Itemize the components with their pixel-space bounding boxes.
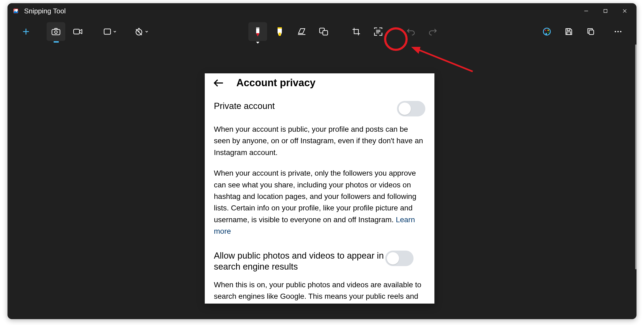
svg-rect-21 (323, 31, 328, 35)
screenshot-mode-button[interactable] (47, 22, 65, 41)
redo-button[interactable] (423, 22, 442, 41)
titlebar: Snipping Tool (7, 3, 637, 19)
back-arrow-icon[interactable] (213, 78, 223, 88)
svg-point-1 (14, 9, 15, 10)
close-button[interactable] (615, 3, 634, 19)
pen-tool-button[interactable] (248, 22, 267, 41)
svg-point-26 (545, 30, 546, 31)
toolbar (7, 19, 637, 44)
account-privacy-panel: Account privacy Private account When you… (205, 73, 434, 304)
copy-button[interactable] (581, 22, 600, 41)
window-controls (577, 3, 634, 19)
svg-point-28 (548, 32, 549, 33)
paint-edit-button[interactable] (537, 22, 556, 41)
svg-point-27 (548, 30, 549, 31)
svg-rect-31 (589, 30, 594, 35)
svg-rect-3 (604, 9, 607, 13)
private-account-title: Private account (214, 100, 397, 111)
snip-shape-dropdown[interactable] (99, 22, 122, 41)
search-engine-toggle[interactable] (385, 251, 414, 266)
delay-dropdown[interactable] (130, 22, 153, 41)
toggle-knob (387, 252, 399, 264)
highlighter-tool-button[interactable] (270, 22, 289, 41)
text-actions-button[interactable] (369, 22, 388, 41)
shapes-tool-button[interactable] (314, 22, 333, 41)
minimize-button[interactable] (577, 3, 596, 19)
svg-rect-11 (104, 29, 111, 34)
svg-point-32 (615, 31, 616, 32)
private-account-row: Private account (205, 95, 434, 118)
private-account-para1: When your account is public, your profil… (214, 123, 425, 158)
svg-rect-10 (74, 29, 79, 34)
video-mode-button[interactable] (69, 22, 87, 41)
panel-header: Account privacy (205, 73, 434, 95)
svg-rect-18 (278, 27, 282, 29)
new-snip-button[interactable] (17, 22, 35, 41)
scrollbar-thumb[interactable] (635, 44, 637, 269)
search-engine-description: When this is on, your public photos and … (205, 274, 434, 304)
eraser-tool-button[interactable] (292, 22, 311, 41)
search-engine-para1: When this is on, your public photos and … (214, 279, 425, 304)
save-button[interactable] (559, 22, 578, 41)
panel-title: Account privacy (236, 77, 316, 89)
scrollbar[interactable] (635, 44, 637, 319)
svg-point-33 (618, 31, 619, 32)
app-icon (12, 7, 19, 14)
private-account-toggle[interactable] (397, 101, 425, 116)
svg-point-34 (620, 31, 622, 32)
crop-tool-button[interactable] (347, 22, 366, 41)
search-engine-title: Allow public photos and videos to appear… (214, 250, 385, 272)
maximize-button[interactable] (596, 3, 615, 19)
svg-rect-29 (567, 29, 570, 31)
svg-rect-16 (256, 27, 259, 29)
toggle-knob (399, 103, 411, 115)
undo-button[interactable] (401, 22, 420, 41)
search-engine-row: Allow public photos and videos to appear… (205, 247, 434, 274)
snipping-tool-window: Snipping Tool (7, 3, 637, 319)
canvas-area: Account privacy Private account When you… (7, 44, 635, 319)
svg-rect-30 (567, 32, 571, 35)
svg-rect-17 (279, 33, 281, 36)
svg-rect-8 (52, 29, 60, 35)
window-title: Snipping Tool (24, 7, 577, 15)
svg-point-9 (55, 31, 57, 33)
private-account-para2: When your account is private, only the f… (214, 167, 425, 237)
private-account-description: When your account is public, your profil… (205, 118, 434, 247)
more-options-button[interactable] (609, 22, 627, 41)
